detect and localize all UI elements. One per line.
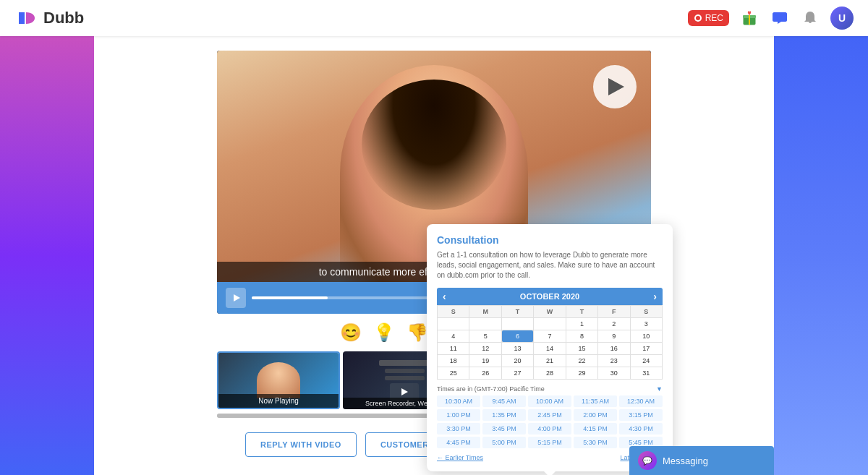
- emoji-smile[interactable]: 😊: [340, 322, 362, 343]
- header-actions: REC U: [688, 7, 854, 30]
- time-slot-3[interactable]: 10:00 AM: [528, 395, 571, 407]
- cal-day-10[interactable]: 10: [631, 330, 662, 342]
- cal-day-11[interactable]: 11: [438, 343, 469, 354]
- cal-day-29[interactable]: 29: [566, 367, 597, 379]
- calendar-month: OCTOBER 2020: [520, 292, 579, 301]
- time-slot-4[interactable]: 11:35 AM: [574, 395, 617, 407]
- cal-day-t1: T: [502, 306, 533, 317]
- chat-icon-btn[interactable]: [770, 8, 790, 28]
- left-sidebar: [0, 36, 94, 475]
- time-slot-19[interactable]: 5:30 PM: [574, 437, 617, 448]
- cal-day-9[interactable]: 9: [598, 330, 629, 342]
- cal-day-6[interactable]: 6: [502, 330, 533, 342]
- timezone-dropdown[interactable]: ▼: [656, 385, 663, 393]
- chat-icon: [772, 10, 788, 26]
- reply-with-video-button[interactable]: REPLY WITH VIDEO: [245, 432, 357, 457]
- dubb-logo-icon: [14, 7, 38, 30]
- cal-empty-1: [438, 318, 469, 330]
- time-slot-17[interactable]: 5:00 PM: [482, 437, 526, 448]
- time-slot-5[interactable]: 12:30 AM: [619, 395, 663, 407]
- gift-icon-btn[interactable]: [739, 8, 760, 28]
- time-slot-15[interactable]: 4:30 PM: [619, 423, 663, 435]
- progress-fill: [252, 296, 328, 299]
- cal-day-26[interactable]: 26: [469, 367, 501, 379]
- messaging-label: Messaging: [663, 455, 708, 466]
- cal-day-19[interactable]: 19: [469, 355, 501, 367]
- cal-day-7[interactable]: 7: [534, 330, 565, 342]
- cal-day-15[interactable]: 15: [566, 343, 597, 354]
- time-slot-18[interactable]: 5:15 PM: [528, 437, 571, 448]
- cal-day-22[interactable]: 22: [566, 355, 597, 367]
- play-button-overlay[interactable]: [593, 65, 637, 108]
- time-slot-12[interactable]: 3:45 PM: [482, 423, 526, 435]
- cal-day-t2: T: [566, 306, 597, 317]
- cal-day-w: W: [534, 306, 565, 317]
- cal-day-23[interactable]: 23: [598, 355, 629, 367]
- bell-icon-btn[interactable]: [800, 8, 820, 28]
- cal-day-18[interactable]: 18: [438, 355, 469, 367]
- cal-day-12[interactable]: 12: [469, 343, 501, 354]
- cal-day-17[interactable]: 17: [631, 343, 662, 354]
- time-slot-14[interactable]: 4:15 PM: [574, 423, 617, 435]
- cal-day-24[interactable]: 24: [631, 355, 662, 367]
- header: Dubb REC U: [0, 0, 868, 36]
- cal-day-21[interactable]: 21: [534, 355, 565, 367]
- time-slot-1[interactable]: 10:30 AM: [437, 395, 480, 407]
- messaging-avatar: 💬: [638, 451, 657, 470]
- calendar-header: ‹ OCTOBER 2020 ›: [437, 288, 663, 305]
- time-slot-6[interactable]: 1:00 PM: [437, 409, 480, 421]
- right-sidebar: [774, 36, 868, 475]
- svg-rect-5: [749, 15, 750, 25]
- earlier-times-link[interactable]: ← Earlier Times: [437, 454, 483, 461]
- cal-day-5[interactable]: 5: [469, 330, 501, 342]
- time-slot-13[interactable]: 4:00 PM: [528, 423, 571, 435]
- cal-day-25[interactable]: 25: [438, 367, 469, 379]
- cal-day-2[interactable]: 2: [598, 318, 629, 330]
- consultation-popup: Consultation Get a 1-1 consultation on h…: [427, 224, 673, 471]
- logo-text: Dubb: [43, 9, 84, 27]
- cal-empty-2: [469, 318, 501, 330]
- cal-day-s2: S: [631, 306, 662, 317]
- record-button[interactable]: REC: [688, 10, 729, 26]
- record-label: REC: [705, 13, 723, 23]
- logo[interactable]: Dubb: [14, 7, 84, 30]
- popup-description: Get a 1-1 consultation on how to leverag…: [437, 250, 663, 281]
- messaging-bar[interactable]: 💬 Messaging: [629, 446, 774, 475]
- cal-day-16[interactable]: 16: [598, 343, 629, 354]
- thumb-item-1[interactable]: Now Playing: [217, 351, 340, 409]
- play-triangle-icon: [608, 78, 624, 95]
- cal-day-27[interactable]: 27: [502, 367, 533, 379]
- cal-day-3[interactable]: 3: [631, 318, 662, 330]
- cal-day-20[interactable]: 20: [502, 355, 533, 367]
- cal-day-31[interactable]: 31: [631, 367, 662, 379]
- times-label: Times are in (GMT-7:00) Pacific Time: [437, 385, 545, 393]
- cal-prev-button[interactable]: ‹: [443, 291, 446, 302]
- time-slot-16[interactable]: 4:45 PM: [437, 437, 480, 448]
- cal-next-button[interactable]: ›: [653, 291, 657, 302]
- cal-day-14[interactable]: 14: [534, 343, 565, 354]
- cal-day-m: M: [469, 306, 501, 317]
- cal-day-8[interactable]: 8: [566, 330, 597, 342]
- time-slot-8[interactable]: 2:45 PM: [528, 409, 571, 421]
- hair: [362, 80, 506, 210]
- ctrl-play-button[interactable]: [226, 288, 246, 308]
- time-slot-2[interactable]: 9:45 AM: [482, 395, 526, 407]
- times-grid: 10:30 AM 9:45 AM 10:00 AM 11:35 AM 12:30…: [437, 395, 663, 448]
- popup-title: Consultation: [437, 234, 663, 246]
- time-slot-11[interactable]: 3:30 PM: [437, 423, 480, 435]
- now-playing-label: Now Playing: [218, 394, 339, 408]
- calendar: ‹ OCTOBER 2020 › S M T W T F S: [437, 288, 663, 380]
- time-slot-10[interactable]: 3:15 PM: [619, 409, 663, 421]
- user-avatar[interactable]: U: [830, 7, 854, 30]
- cal-day-4[interactable]: 4: [438, 330, 469, 342]
- record-icon: [694, 14, 702, 22]
- cal-day-1[interactable]: 1: [566, 318, 597, 330]
- emoji-thumbsdown[interactable]: 👎: [407, 322, 428, 343]
- cal-day-30[interactable]: 30: [598, 367, 629, 379]
- emoji-idea[interactable]: 💡: [373, 322, 395, 343]
- gift-icon: [741, 10, 757, 26]
- cal-day-28[interactable]: 28: [534, 367, 565, 379]
- cal-day-13[interactable]: 13: [502, 343, 533, 354]
- time-slot-7[interactable]: 1:35 PM: [482, 409, 526, 421]
- time-slot-9[interactable]: 2:00 PM: [574, 409, 617, 421]
